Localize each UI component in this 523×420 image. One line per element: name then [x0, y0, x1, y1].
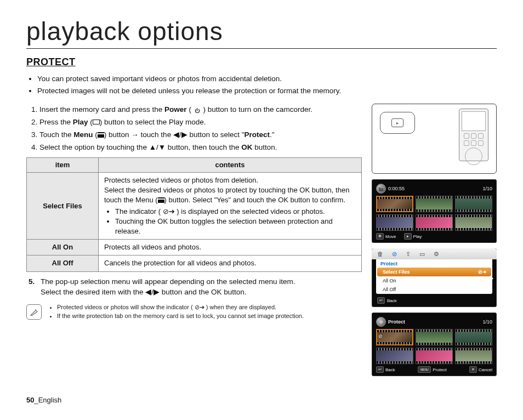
ok-label: OK [157, 217, 168, 225]
page-title: playback options [26, 16, 497, 46]
page-number: 50 [26, 396, 34, 404]
text: and touch the [231, 196, 278, 204]
intro-item: Protected images will not be deleted unl… [37, 86, 497, 97]
sub-bullet: The indicator ( ⊘➔ ) is displayed on the… [115, 207, 356, 217]
sub-bullet: Touching the OK button toggles the selec… [115, 217, 356, 236]
screen-thumbnails: 🎬 0:00:55 1/10 ✥Move ▸Play [372, 179, 497, 243]
menu-icon [98, 132, 104, 138]
text: ." [270, 130, 275, 139]
menu-item-all-on: All On [376, 276, 492, 285]
row-content: Cancels the protection for all videos an… [99, 256, 362, 271]
page-footer: 50_English [26, 396, 497, 404]
ok-label: OK [278, 196, 288, 204]
table-row: Select Files Protects selected videos or… [27, 173, 362, 240]
text: button to turn on the camcorder. [206, 105, 312, 113]
note-icon [26, 304, 42, 320]
thumbnail-count: 1/10 [482, 319, 492, 325]
thumbnail-count: 1/10 [482, 186, 492, 191]
text: button. Select [167, 196, 214, 204]
menu-label: Menu [135, 196, 154, 204]
note-item: Protected videos or photos will show the… [57, 303, 304, 312]
text: button. [221, 288, 246, 296]
row-content: Protects all videos and photos. [99, 240, 362, 256]
protect-label: Protect [245, 130, 270, 139]
step-number: 5. [29, 276, 35, 287]
play-label: Play [73, 118, 88, 126]
text: () [90, 118, 102, 126]
mode-badge-icon: ⊘ [376, 317, 386, 327]
step-3: Touch the Menu () button → touch the ◀/▶… [39, 129, 362, 141]
power-icon: ⏻ [194, 108, 201, 115]
screen-protect-select: ⊘ Protect 1/10 ⊘ ↩Back MENUProtect ✕ [372, 313, 497, 376]
text: ( ⏻ ) [189, 105, 206, 113]
intro-item: You can protect saved important videos o… [37, 73, 497, 84]
table-row: All On Protects all videos and photos. [27, 240, 362, 256]
step-5: 5. The pop-up selection menu will appear… [26, 276, 362, 298]
text: Touch the [39, 130, 73, 139]
text: Select the option by touching the ▲/▼ bu… [39, 143, 241, 151]
menu-label: Menu [73, 130, 93, 139]
camcorder-body [459, 109, 488, 161]
play-icon: ▸ [391, 118, 403, 127]
move-label: Move [385, 234, 396, 239]
text: Touching the [115, 217, 157, 225]
cancel-key-icon: ✕ [469, 366, 477, 373]
menu-item-select-files: Select Files ⊘➔ [377, 268, 491, 276]
step-4: Select the option by touching the ▲/▼ bu… [39, 141, 362, 154]
play-icon [93, 120, 100, 124]
steps-list: Insert the memory card and press the Pow… [27, 104, 362, 154]
menu-icon [158, 197, 164, 203]
key-lock-icon: ⊘➔ [478, 269, 487, 275]
title-rule [26, 48, 497, 49]
play-key-icon: ▸ [404, 233, 412, 240]
protect-label: Protect [433, 367, 446, 372]
note-block: Protected videos or photos will show the… [26, 303, 362, 321]
screen-protect-menu: 🗑 ⊘ ⇪ ▭ ⚙ Protect Select Files ⊘➔ All On… [372, 248, 497, 307]
yes-label: "Yes" [214, 196, 231, 204]
row-head-select-files: Select Files [27, 173, 99, 240]
text: Insert the memory card and press the [39, 105, 164, 113]
back-key-icon: ↩ [376, 366, 384, 373]
device-illustration: ▸ [372, 104, 497, 174]
thumbnail [455, 214, 492, 231]
row-content: Protects selected videos or photos from … [99, 173, 362, 240]
tab-delete-icon: 🗑 [377, 251, 383, 257]
screen-title-protect: Protect [388, 319, 405, 325]
step-2: Press the Play () button to select the P… [39, 116, 362, 129]
text: Select the desired item with the ◀/▶ but… [41, 288, 211, 296]
intro-list: You can protect saved important videos o… [27, 73, 497, 96]
cancel-label: Cancel [479, 367, 492, 372]
text: button → touch the ◀/▶ button to select … [106, 130, 244, 139]
tab-share-icon: ⇪ [406, 251, 411, 258]
arrow-right-icon [490, 276, 493, 281]
section-heading: PROTECT [26, 56, 497, 68]
tab-protect-icon: ⊘ [392, 251, 397, 258]
thumbnail [376, 214, 413, 231]
play-button-callout: ▸ [380, 112, 415, 134]
play-label: Play [413, 234, 422, 239]
text: button to confirm. [288, 196, 345, 204]
text: The pop-up selection menu will appear de… [41, 277, 295, 286]
options-table: item contents Select Files Protects sele… [26, 157, 362, 272]
thumbnail [416, 329, 453, 345]
tab-settings-icon: ⚙ [434, 251, 439, 258]
power-label: Power [164, 105, 187, 113]
back-label: Back [387, 298, 397, 303]
ok-label: OK [211, 288, 222, 296]
text: Protects selected videos or photos from … [104, 176, 258, 184]
table-header-item: item [27, 157, 99, 172]
step-1: Insert the memory card and press the Pow… [39, 104, 362, 116]
thumbnail [455, 329, 492, 345]
thumbnail [416, 348, 453, 364]
mode-badge-icon: 🎬 [376, 184, 386, 194]
row-head-all-off: All Off [27, 256, 99, 271]
ok-label: OK [299, 186, 310, 194]
menu-title: Protect [376, 259, 492, 268]
page-language: _English [34, 396, 61, 404]
thumbnail [455, 348, 492, 364]
tab-display-icon: ▭ [419, 251, 425, 258]
text: Press the [39, 118, 73, 126]
text: Select the desired videos or photos to p… [104, 186, 299, 194]
note-item: If the write protection tab on the memor… [57, 312, 304, 321]
move-key-icon: ✥ [376, 233, 384, 240]
